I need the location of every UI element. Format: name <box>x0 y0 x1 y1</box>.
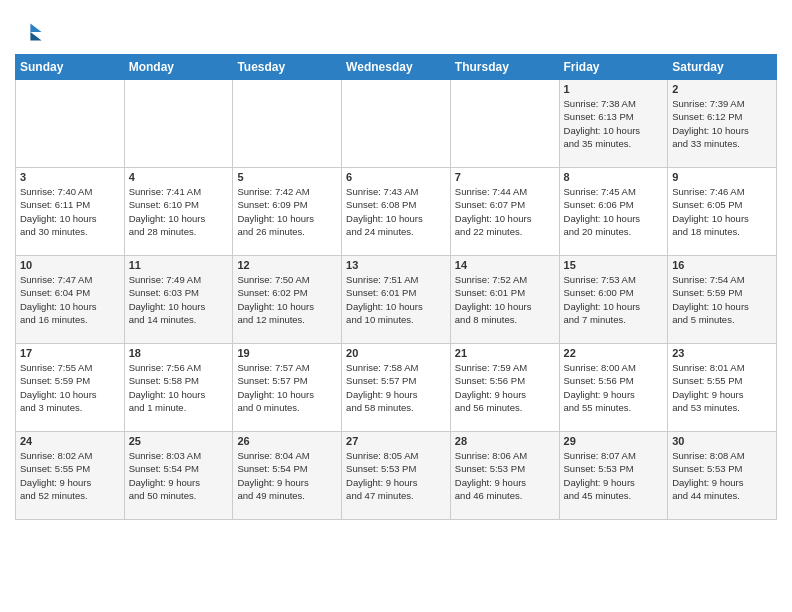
day-number: 21 <box>455 347 555 359</box>
header-monday: Monday <box>124 55 233 80</box>
day-info: Sunrise: 7:45 AM Sunset: 6:06 PM Dayligh… <box>564 185 664 238</box>
calendar-header-row: SundayMondayTuesdayWednesdayThursdayFrid… <box>16 55 777 80</box>
day-info: Sunrise: 7:52 AM Sunset: 6:01 PM Dayligh… <box>455 273 555 326</box>
calendar-cell: 1Sunrise: 7:38 AM Sunset: 6:13 PM Daylig… <box>559 80 668 168</box>
day-number: 16 <box>672 259 772 271</box>
day-number: 1 <box>564 83 664 95</box>
day-info: Sunrise: 8:00 AM Sunset: 5:56 PM Dayligh… <box>564 361 664 414</box>
header-wednesday: Wednesday <box>342 55 451 80</box>
calendar-cell <box>124 80 233 168</box>
day-number: 25 <box>129 435 229 447</box>
calendar-cell: 3Sunrise: 7:40 AM Sunset: 6:11 PM Daylig… <box>16 168 125 256</box>
header-sunday: Sunday <box>16 55 125 80</box>
calendar-cell: 23Sunrise: 8:01 AM Sunset: 5:55 PM Dayli… <box>668 344 777 432</box>
day-number: 19 <box>237 347 337 359</box>
calendar-cell: 10Sunrise: 7:47 AM Sunset: 6:04 PM Dayli… <box>16 256 125 344</box>
page-header <box>15 10 777 46</box>
day-number: 12 <box>237 259 337 271</box>
day-info: Sunrise: 7:54 AM Sunset: 5:59 PM Dayligh… <box>672 273 772 326</box>
day-info: Sunrise: 7:57 AM Sunset: 5:57 PM Dayligh… <box>237 361 337 414</box>
calendar-cell: 18Sunrise: 7:56 AM Sunset: 5:58 PM Dayli… <box>124 344 233 432</box>
day-info: Sunrise: 8:07 AM Sunset: 5:53 PM Dayligh… <box>564 449 664 502</box>
day-info: Sunrise: 8:08 AM Sunset: 5:53 PM Dayligh… <box>672 449 772 502</box>
calendar-week-3: 10Sunrise: 7:47 AM Sunset: 6:04 PM Dayli… <box>16 256 777 344</box>
calendar-cell: 25Sunrise: 8:03 AM Sunset: 5:54 PM Dayli… <box>124 432 233 520</box>
logo-icon <box>15 18 43 46</box>
day-info: Sunrise: 7:49 AM Sunset: 6:03 PM Dayligh… <box>129 273 229 326</box>
day-number: 6 <box>346 171 446 183</box>
day-number: 30 <box>672 435 772 447</box>
calendar-cell: 12Sunrise: 7:50 AM Sunset: 6:02 PM Dayli… <box>233 256 342 344</box>
day-info: Sunrise: 7:46 AM Sunset: 6:05 PM Dayligh… <box>672 185 772 238</box>
day-info: Sunrise: 7:38 AM Sunset: 6:13 PM Dayligh… <box>564 97 664 150</box>
calendar-cell: 5Sunrise: 7:42 AM Sunset: 6:09 PM Daylig… <box>233 168 342 256</box>
day-info: Sunrise: 7:53 AM Sunset: 6:00 PM Dayligh… <box>564 273 664 326</box>
day-number: 17 <box>20 347 120 359</box>
svg-marker-1 <box>30 32 41 40</box>
calendar-cell: 30Sunrise: 8:08 AM Sunset: 5:53 PM Dayli… <box>668 432 777 520</box>
header-saturday: Saturday <box>668 55 777 80</box>
calendar-cell <box>16 80 125 168</box>
day-number: 2 <box>672 83 772 95</box>
day-info: Sunrise: 8:05 AM Sunset: 5:53 PM Dayligh… <box>346 449 446 502</box>
day-info: Sunrise: 8:03 AM Sunset: 5:54 PM Dayligh… <box>129 449 229 502</box>
calendar-cell <box>450 80 559 168</box>
calendar-week-2: 3Sunrise: 7:40 AM Sunset: 6:11 PM Daylig… <box>16 168 777 256</box>
day-number: 4 <box>129 171 229 183</box>
calendar-cell: 22Sunrise: 8:00 AM Sunset: 5:56 PM Dayli… <box>559 344 668 432</box>
day-number: 24 <box>20 435 120 447</box>
day-info: Sunrise: 8:02 AM Sunset: 5:55 PM Dayligh… <box>20 449 120 502</box>
calendar-cell: 2Sunrise: 7:39 AM Sunset: 6:12 PM Daylig… <box>668 80 777 168</box>
day-number: 18 <box>129 347 229 359</box>
calendar-cell: 6Sunrise: 7:43 AM Sunset: 6:08 PM Daylig… <box>342 168 451 256</box>
day-number: 3 <box>20 171 120 183</box>
calendar-cell: 14Sunrise: 7:52 AM Sunset: 6:01 PM Dayli… <box>450 256 559 344</box>
day-info: Sunrise: 7:44 AM Sunset: 6:07 PM Dayligh… <box>455 185 555 238</box>
header-friday: Friday <box>559 55 668 80</box>
day-number: 20 <box>346 347 446 359</box>
day-number: 10 <box>20 259 120 271</box>
calendar-cell: 17Sunrise: 7:55 AM Sunset: 5:59 PM Dayli… <box>16 344 125 432</box>
day-info: Sunrise: 7:58 AM Sunset: 5:57 PM Dayligh… <box>346 361 446 414</box>
calendar-cell: 21Sunrise: 7:59 AM Sunset: 5:56 PM Dayli… <box>450 344 559 432</box>
calendar-table: SundayMondayTuesdayWednesdayThursdayFrid… <box>15 54 777 520</box>
day-number: 7 <box>455 171 555 183</box>
header-tuesday: Tuesday <box>233 55 342 80</box>
day-info: Sunrise: 7:56 AM Sunset: 5:58 PM Dayligh… <box>129 361 229 414</box>
calendar-cell <box>342 80 451 168</box>
calendar-cell: 29Sunrise: 8:07 AM Sunset: 5:53 PM Dayli… <box>559 432 668 520</box>
day-number: 26 <box>237 435 337 447</box>
day-info: Sunrise: 8:01 AM Sunset: 5:55 PM Dayligh… <box>672 361 772 414</box>
header-thursday: Thursday <box>450 55 559 80</box>
calendar-cell: 9Sunrise: 7:46 AM Sunset: 6:05 PM Daylig… <box>668 168 777 256</box>
calendar-cell: 16Sunrise: 7:54 AM Sunset: 5:59 PM Dayli… <box>668 256 777 344</box>
calendar-week-5: 24Sunrise: 8:02 AM Sunset: 5:55 PM Dayli… <box>16 432 777 520</box>
logo <box>15 18 47 46</box>
day-info: Sunrise: 7:47 AM Sunset: 6:04 PM Dayligh… <box>20 273 120 326</box>
day-number: 22 <box>564 347 664 359</box>
calendar-cell: 7Sunrise: 7:44 AM Sunset: 6:07 PM Daylig… <box>450 168 559 256</box>
day-info: Sunrise: 7:59 AM Sunset: 5:56 PM Dayligh… <box>455 361 555 414</box>
day-info: Sunrise: 8:04 AM Sunset: 5:54 PM Dayligh… <box>237 449 337 502</box>
day-info: Sunrise: 7:55 AM Sunset: 5:59 PM Dayligh… <box>20 361 120 414</box>
day-number: 15 <box>564 259 664 271</box>
calendar-week-4: 17Sunrise: 7:55 AM Sunset: 5:59 PM Dayli… <box>16 344 777 432</box>
calendar-cell: 26Sunrise: 8:04 AM Sunset: 5:54 PM Dayli… <box>233 432 342 520</box>
calendar-cell <box>233 80 342 168</box>
calendar-cell: 27Sunrise: 8:05 AM Sunset: 5:53 PM Dayli… <box>342 432 451 520</box>
day-info: Sunrise: 7:50 AM Sunset: 6:02 PM Dayligh… <box>237 273 337 326</box>
day-number: 8 <box>564 171 664 183</box>
calendar-cell: 20Sunrise: 7:58 AM Sunset: 5:57 PM Dayli… <box>342 344 451 432</box>
calendar-cell: 15Sunrise: 7:53 AM Sunset: 6:00 PM Dayli… <box>559 256 668 344</box>
day-number: 5 <box>237 171 337 183</box>
day-info: Sunrise: 7:41 AM Sunset: 6:10 PM Dayligh… <box>129 185 229 238</box>
day-number: 9 <box>672 171 772 183</box>
day-number: 27 <box>346 435 446 447</box>
day-info: Sunrise: 7:39 AM Sunset: 6:12 PM Dayligh… <box>672 97 772 150</box>
calendar-cell: 13Sunrise: 7:51 AM Sunset: 6:01 PM Dayli… <box>342 256 451 344</box>
calendar-cell: 8Sunrise: 7:45 AM Sunset: 6:06 PM Daylig… <box>559 168 668 256</box>
calendar-cell: 19Sunrise: 7:57 AM Sunset: 5:57 PM Dayli… <box>233 344 342 432</box>
day-number: 11 <box>129 259 229 271</box>
calendar-week-1: 1Sunrise: 7:38 AM Sunset: 6:13 PM Daylig… <box>16 80 777 168</box>
day-info: Sunrise: 7:40 AM Sunset: 6:11 PM Dayligh… <box>20 185 120 238</box>
